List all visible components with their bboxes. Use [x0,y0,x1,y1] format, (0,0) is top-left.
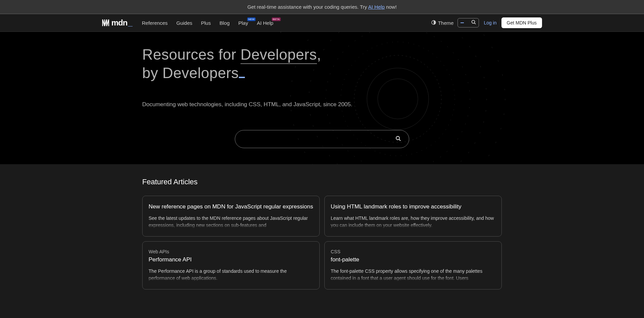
nav-item-references[interactable]: References [142,20,168,26]
hero-line1-c: , [317,46,321,63]
article-category: CSS [331,249,495,254]
theme-toggle-button[interactable]: Theme [431,20,454,26]
hero-subtitle: Documenting web technologies, including … [142,101,502,108]
theme-half-circle-icon [431,20,436,26]
mdn-logo-mark-icon [102,19,111,27]
logo-text: mdn [111,18,127,27]
article-card[interactable]: Web APIsPerformance APIThe Performance A… [142,241,320,290]
nav-item-ai-help[interactable]: AI HelpBETA [257,20,273,26]
article-title: Performance API [149,256,313,263]
hero-title: Resources for Developers, by Developers [142,45,502,82]
article-cards-grid: New reference pages on MDN for JavaScrip… [142,196,502,290]
search-icon [471,20,476,26]
nav-item-blog[interactable]: Blog [219,20,229,26]
article-description: The font-palette CSS property allows spe… [331,268,495,282]
hero-line2: by Developers [142,65,239,81]
svg-point-1 [472,20,475,23]
svg-point-12 [396,136,399,140]
main-nav: ReferencesGuidesPlusBlogPlayNEWAI HelpBE… [142,20,273,26]
search-cursor-icon [461,22,464,23]
hero-search[interactable] [235,130,409,148]
header-search-input[interactable] [458,18,479,27]
nav-badge: BETA [272,17,281,21]
article-description: The Performance API is a group of standa… [149,268,313,282]
article-card[interactable]: New reference pages on MDN for JavaScrip… [142,196,320,237]
article-description: Learn what HTML landmark roles are, how … [331,215,495,229]
get-mdn-plus-button[interactable]: Get MDN Plus [501,17,542,28]
search-icon[interactable] [395,136,401,142]
hero-cursor-icon [239,77,245,78]
nav-item-plus[interactable]: Plus [201,20,211,26]
header: mdn _ ReferencesGuidesPlusBlogPlayNEWAI … [0,14,644,32]
article-card[interactable]: CSSfont-paletteThe font-palette CSS prop… [324,241,502,290]
announcement-banner: Get real-time assistance with your codin… [0,0,644,14]
svg-line-13 [399,139,400,141]
svg-line-2 [475,23,476,24]
article-title: font-palette [331,256,495,263]
nav-item-play[interactable]: PlayNEW [238,20,248,26]
theme-label: Theme [438,20,454,26]
article-card[interactable]: Using HTML landmark roles to improve acc… [324,196,502,237]
article-category: Web APIs [149,249,313,254]
banner-link[interactable]: AI Help [368,4,385,10]
nav-badge: NEW [247,17,256,21]
mdn-logo[interactable]: mdn _ [102,18,132,27]
login-link[interactable]: Log in [484,20,496,25]
hero-line1-a: Resources for [142,46,240,63]
featured-articles-heading: Featured Articles [142,178,502,186]
hero-section: Resources for Developers, by Developers … [0,32,644,164]
main-content: Featured Articles New reference pages on… [0,164,644,303]
article-description: See the latest updates to the MDN refere… [149,215,313,229]
logo-cursor-icon: _ [128,18,132,27]
hero-line1-b: Developers [240,46,317,64]
banner-suffix: now! [385,4,397,10]
article-title: Using HTML landmark roles to improve acc… [331,203,495,210]
article-title: New reference pages on MDN for JavaScrip… [149,203,313,210]
banner-prefix: Get real-time assistance with your codin… [247,4,368,10]
hero-search-input[interactable] [243,136,395,142]
nav-item-guides[interactable]: Guides [176,20,193,26]
